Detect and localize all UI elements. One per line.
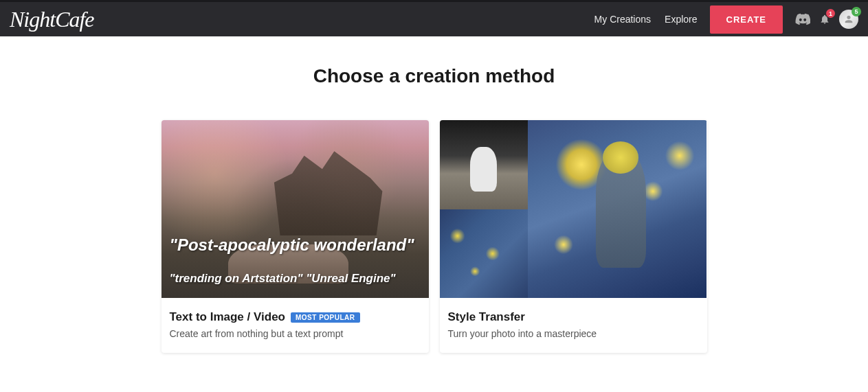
avatar-button[interactable]: 5: [839, 10, 858, 29]
card-body: Style Transfer Turn your photo into a ma…: [440, 298, 707, 353]
image-prompt-text-1: "Post-apocalyptic wonderland": [170, 235, 414, 255]
main-content: Choose a creation method "Post-apocalypt…: [0, 36, 868, 353]
card-description: Create art from nothing but a text promp…: [170, 328, 421, 339]
card-title: Text to Image / Video: [170, 310, 285, 324]
creation-method-cards: "Post-apocalyptic wonderland" "trending …: [162, 120, 707, 353]
discord-icon[interactable]: [795, 12, 810, 27]
header-right: My Creations Explore CREATE 1 5: [594, 5, 858, 34]
card-title: Style Transfer: [448, 310, 525, 324]
card-title-row: Style Transfer: [448, 310, 699, 324]
header-icons: 1 5: [795, 10, 858, 29]
credits-badge: 5: [852, 7, 861, 16]
card-image-text-to-image: "Post-apocalyptic wonderland" "trending …: [162, 120, 429, 298]
logo[interactable]: NightCafe: [10, 7, 94, 32]
image-prompt-text-2: "trending on Artstation" "Unreal Engine": [170, 272, 396, 286]
nav-explore[interactable]: Explore: [665, 14, 697, 25]
page-title: Choose a creation method: [313, 65, 555, 87]
card-description: Turn your photo into a masterpiece: [448, 328, 699, 339]
app-header: NightCafe My Creations Explore CREATE 1: [0, 0, 868, 36]
card-title-row: Text to Image / Video MOST POPULAR: [170, 310, 421, 324]
nav-my-creations[interactable]: My Creations: [594, 14, 651, 25]
card-body: Text to Image / Video MOST POPULAR Creat…: [162, 298, 429, 353]
card-text-to-image[interactable]: "Post-apocalyptic wonderland" "trending …: [162, 120, 429, 353]
card-style-transfer[interactable]: Style Transfer Turn your photo into a ma…: [440, 120, 707, 353]
create-button[interactable]: CREATE: [710, 5, 783, 34]
most-popular-badge: MOST POPULAR: [291, 312, 360, 323]
nav-links: My Creations Explore: [594, 14, 698, 25]
card-image-style-transfer: [440, 120, 707, 298]
notifications-badge: 1: [826, 9, 835, 18]
notifications-button[interactable]: 1: [817, 12, 832, 27]
